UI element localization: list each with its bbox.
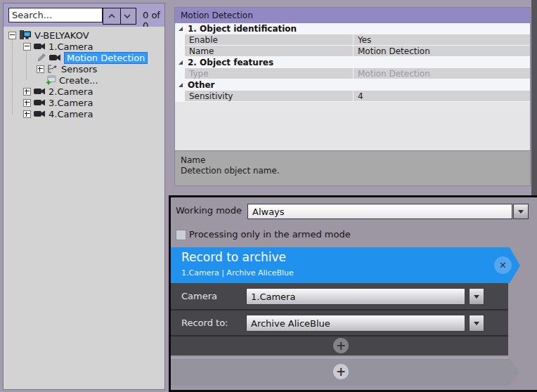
pencil-icon — [37, 53, 46, 62]
search-input[interactable] — [8, 8, 103, 22]
camera-icon — [34, 110, 46, 118]
property-description: Name Detection object name. — [175, 150, 530, 185]
sensors-icon — [47, 65, 58, 73]
search-toolbar: 0 of 0 — [4, 4, 164, 27]
row-separator — [171, 309, 508, 311]
record-to-select[interactable]: Archive AliceBlue — [246, 315, 465, 332]
armed-mode-checkbox[interactable] — [176, 230, 186, 240]
category-label: 1. Object identification — [188, 24, 297, 34]
category-expander-icon[interactable] — [179, 27, 183, 31]
action-subtitle: 1.Camera | Archive AliceBlue — [181, 268, 294, 277]
add-action-button[interactable]: + — [333, 364, 349, 379]
category-expander-icon[interactable] — [179, 60, 183, 65]
expand-expander-icon[interactable] — [23, 110, 31, 118]
tree-item-camera-3[interactable]: 3.Camera — [23, 97, 93, 108]
create-plus-icon — [46, 75, 56, 85]
tree-item-camera-2[interactable]: 2.Camera — [23, 86, 93, 97]
tree-guide-line — [12, 39, 13, 114]
camera-icon — [49, 53, 61, 62]
camera-dropdown-button[interactable] — [469, 288, 484, 305]
tree-item-create[interactable]: Create... — [46, 74, 98, 86]
chevron-up-icon — [108, 13, 115, 19]
tree-item-server[interactable]: V-BELYAKOV — [8, 30, 89, 41]
tree-item-label: Sensors — [61, 64, 97, 74]
dropdown-arrow-icon — [474, 322, 479, 328]
tree-item-label: Create... — [59, 75, 98, 86]
chevron-down-icon — [124, 13, 131, 19]
object-tree-panel: 0 of 0 V-BELYAKOV 1.Camera — [3, 3, 165, 390]
action-banner: Record to archive 1.Camera | Archive Ali… — [171, 247, 520, 283]
action-settings: Camera 1.Camera Record to: Archive Alice… — [171, 283, 508, 355]
tree-item-label: 1.Camera — [48, 41, 93, 52]
property-grid: 1. Object identification Enable Yes Name… — [175, 23, 530, 102]
expand-expander-icon[interactable] — [37, 65, 44, 73]
property-name: Enable — [185, 34, 353, 45]
dropdown-arrow-icon — [474, 295, 479, 301]
description-body: Detection object name. — [181, 166, 524, 176]
right-edge-strip — [531, 0, 537, 195]
expand-expander-icon[interactable] — [23, 88, 31, 96]
add-action-banner: + — [171, 358, 519, 386]
description-title: Name — [181, 155, 524, 166]
camera-select[interactable]: 1.Camera — [246, 288, 465, 305]
record-to-field-label: Record to: — [181, 318, 228, 328]
category-expander-icon[interactable] — [179, 83, 183, 87]
rule-settings-panel: Working mode Always Processing only in t… — [169, 195, 537, 392]
camera-icon — [34, 87, 46, 96]
property-category-object-features[interactable]: 2. Object features — [175, 57, 530, 67]
working-mode-label: Working mode — [176, 205, 242, 216]
property-row-name: Name Motion Detection — [185, 46, 530, 56]
tree-item-label: 3.Camera — [48, 98, 93, 108]
property-name: Sensitivity — [185, 91, 353, 101]
camera-field-label: Camera — [181, 291, 217, 301]
property-row-sensitivity: Sensitivity 4 — [185, 91, 530, 101]
tree-item-camera-4[interactable]: 4.Camera — [23, 108, 93, 119]
dropdown-arrow-icon — [518, 210, 524, 216]
property-name: Type — [185, 68, 353, 79]
tree-item-label: 4.Camera — [48, 109, 93, 119]
add-action-parameter-button[interactable]: + — [333, 338, 349, 353]
property-value[interactable]: 4 — [354, 91, 530, 101]
tree-item-label-selected: Motion Detection — [64, 52, 148, 64]
category-label: 2. Object features — [188, 58, 273, 67]
property-value[interactable]: Motion Detection — [354, 46, 530, 56]
tree-item-motion-detection[interactable]: Motion Detection — [37, 52, 148, 63]
tree-item-label: V-BELYAKOV — [34, 30, 89, 41]
property-row-type: Type Motion Detection — [185, 68, 530, 79]
camera-icon — [34, 98, 46, 107]
search-next-button[interactable] — [119, 8, 136, 25]
property-value: Motion Detection — [354, 68, 530, 79]
device-tree: V-BELYAKOV 1.Camera Motion Detection — [4, 27, 164, 389]
property-panel-title: Motion Detection — [175, 8, 530, 23]
property-category-other[interactable]: Other — [175, 79, 530, 90]
tree-item-sensors[interactable]: Sensors — [37, 63, 97, 74]
record-to-dropdown-button[interactable] — [469, 315, 484, 332]
collapse-expander-icon[interactable] — [8, 32, 16, 39]
close-action-button[interactable]: ✕ — [494, 256, 512, 274]
expand-expander-icon[interactable] — [23, 99, 31, 107]
tree-item-label: 2.Camera — [48, 86, 93, 97]
property-category-object-identification[interactable]: 1. Object identification — [175, 23, 530, 34]
property-name: Name — [185, 46, 353, 56]
category-label: Other — [188, 80, 215, 90]
server-icon — [19, 30, 32, 40]
tree-guide-line — [26, 50, 27, 80]
row-separator — [171, 335, 508, 337]
armed-mode-label: Processing only in the armed mode — [189, 229, 351, 240]
property-panel: Motion Detection 1. Object identificatio… — [174, 7, 531, 186]
property-value[interactable]: Yes — [354, 34, 530, 45]
action-title: Record to archive — [181, 250, 286, 264]
camera-icon — [34, 42, 46, 51]
property-row-enable: Enable Yes — [185, 34, 530, 45]
collapse-expander-icon[interactable] — [23, 43, 31, 51]
tree-item-camera-1[interactable]: 1.Camera — [23, 41, 93, 52]
app-window: 0 of 0 V-BELYAKOV 1.Camera — [0, 0, 537, 392]
working-mode-dropdown-button[interactable] — [513, 204, 529, 219]
working-mode-select[interactable]: Always — [247, 204, 512, 219]
